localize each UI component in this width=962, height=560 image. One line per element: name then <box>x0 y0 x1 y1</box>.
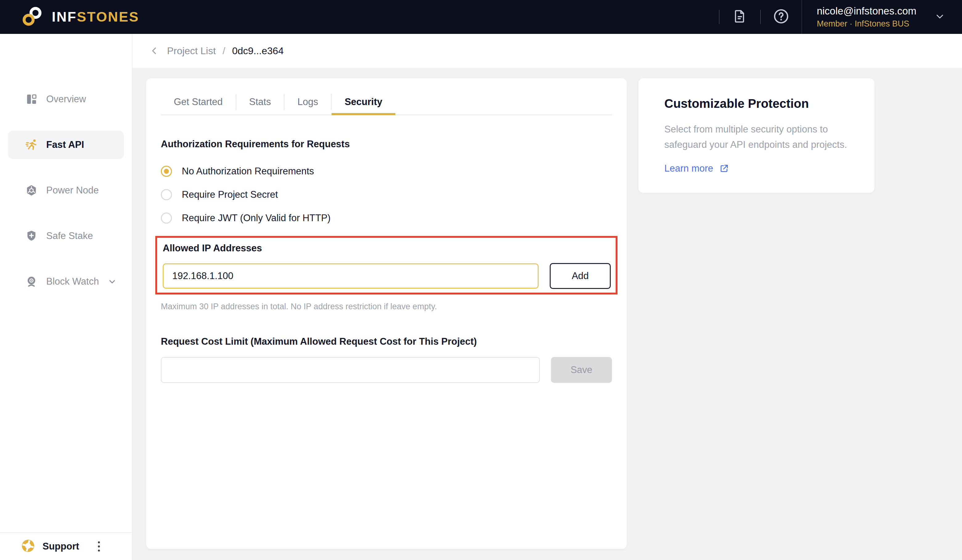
tab-stats[interactable]: Stats <box>236 89 284 115</box>
support-label: Support <box>42 541 79 552</box>
tab-security[interactable]: Security <box>332 89 395 115</box>
save-button[interactable]: Save <box>551 357 612 383</box>
panel-title: Customizable Protection <box>664 97 849 111</box>
ip-address-input[interactable] <box>163 263 539 289</box>
auth-options-group: No Authorization Requirements Require Pr… <box>161 166 612 224</box>
user-email: nicole@infstones.com <box>817 6 917 17</box>
node-cube-icon <box>25 184 39 197</box>
allowed-ip-header: Allowed IP Addresses <box>163 243 611 254</box>
ip-helper-text: Maximum 30 IP addresses in total. No IP … <box>161 302 612 311</box>
back-button[interactable] <box>149 45 160 56</box>
customizable-protection-panel: Customizable Protection Select from mult… <box>638 78 875 193</box>
external-link-icon <box>719 163 730 174</box>
infstones-logo-icon <box>19 3 45 31</box>
learn-more-link[interactable]: Learn more <box>664 163 730 174</box>
breadcrumb-current: 0dc9...e364 <box>232 45 284 56</box>
radio-label: No Authorization Requirements <box>182 166 314 177</box>
support-button[interactable]: Support <box>0 532 132 560</box>
content-body: Get Started Stats Logs Security Authoriz… <box>132 68 962 560</box>
sidebar-nav: Overview Fast API <box>0 34 132 296</box>
auth-requirements-header: Authorization Requirements for Requests <box>161 139 612 150</box>
breadcrumb-parent-link[interactable]: Project List <box>167 45 216 56</box>
runner-icon <box>25 138 39 152</box>
sidebar-item-label: Safe Stake <box>46 231 93 242</box>
top-bar: INFSTONES <box>0 0 962 34</box>
overview-icon <box>25 92 39 106</box>
radio-unselected-icon <box>161 189 172 200</box>
radio-label: Require Project Secret <box>182 189 278 200</box>
annotation-highlight-box: Allowed IP Addresses Add <box>155 236 618 294</box>
infstones-logo[interactable]: INFSTONES <box>19 3 139 31</box>
chevron-left-icon <box>149 45 160 56</box>
breadcrumb: Project List / 0dc9...e364 <box>132 34 962 68</box>
document-icon <box>732 8 748 26</box>
docs-button[interactable] <box>720 0 760 34</box>
radio-label: Require JWT (Only Valid for HTTP) <box>182 213 331 224</box>
panel-description: Select from multiple security options to… <box>664 122 849 152</box>
help-button[interactable] <box>761 0 801 34</box>
user-account-menu[interactable]: nicole@infstones.com Member · InfStones … <box>802 6 920 29</box>
app-root: INFSTONES <box>0 0 962 560</box>
user-membership: Member · InfStones BUS <box>817 19 917 29</box>
webcam-icon <box>25 275 39 288</box>
sidebar-item-label: Overview <box>46 94 86 105</box>
infstones-wordmark: INFSTONES <box>52 9 139 25</box>
sidebar-item-overview[interactable]: Overview <box>8 85 124 113</box>
support-more-button[interactable] <box>92 538 106 555</box>
radio-require-jwt[interactable]: Require JWT (Only Valid for HTTP) <box>161 213 612 224</box>
sidebar-item-label: Block Watch <box>46 276 99 287</box>
tab-logs[interactable]: Logs <box>284 89 331 115</box>
ip-input-row: Add <box>163 263 611 289</box>
kebab-icon <box>94 540 103 553</box>
content-area: Project List / 0dc9...e364 Get Started S… <box>132 34 962 560</box>
lifebuoy-icon <box>22 539 34 554</box>
add-ip-button[interactable]: Add <box>550 263 611 289</box>
cost-input-row: Save <box>161 357 612 383</box>
help-icon <box>773 8 790 26</box>
tab-get-started[interactable]: Get Started <box>161 89 236 115</box>
chevron-down-icon <box>108 277 117 286</box>
radio-no-auth[interactable]: No Authorization Requirements <box>161 166 612 177</box>
project-tabs: Get Started Stats Logs Security <box>161 89 612 115</box>
security-settings-card: Get Started Stats Logs Security Authoriz… <box>146 78 627 549</box>
sidebar-item-fast-api[interactable]: Fast API <box>8 131 124 159</box>
sidebar-item-label: Power Node <box>46 185 99 196</box>
request-cost-header: Request Cost Limit (Maximum Allowed Requ… <box>161 336 612 347</box>
sidebar-item-label: Fast API <box>46 139 84 150</box>
radio-selected-icon <box>161 166 172 177</box>
sidebar-item-power-node[interactable]: Power Node <box>8 176 124 205</box>
breadcrumb-separator: / <box>223 45 225 56</box>
learn-more-label: Learn more <box>664 163 713 174</box>
sidebar-item-block-watch[interactable]: Block Watch <box>8 267 124 296</box>
sidebar: Overview Fast API <box>0 34 132 560</box>
sidebar-item-safe-stake[interactable]: Safe Stake <box>8 222 124 250</box>
shield-plus-icon <box>25 229 39 243</box>
chevron-down-icon <box>934 11 945 23</box>
topbar-right-group: nicole@infstones.com Member · InfStones … <box>719 0 962 34</box>
request-cost-input[interactable] <box>161 357 540 383</box>
radio-project-secret[interactable]: Require Project Secret <box>161 189 612 200</box>
radio-unselected-icon <box>161 213 172 224</box>
user-menu-button[interactable] <box>934 11 945 23</box>
